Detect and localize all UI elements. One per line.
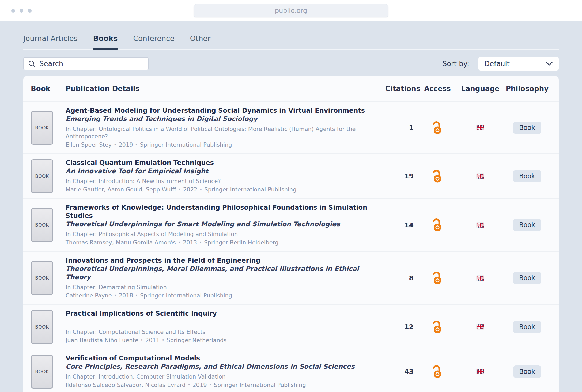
publication-title[interactable]: Frameworks of Knowledge: Understanding P… — [66, 203, 377, 220]
bullet-separator: • — [133, 142, 140, 147]
window-dot-icon[interactable] — [20, 9, 23, 13]
publication-subtitle — [66, 318, 377, 326]
bullet-separator: • — [207, 382, 214, 387]
citations-count: 19 — [385, 172, 417, 180]
table-row[interactable]: BOOK Classical Quantum Emulation Techniq… — [23, 153, 559, 198]
publisher: Springer International Publishing — [140, 142, 232, 148]
browser-topbar: publio.org — [0, 0, 582, 21]
bullet-separator: • — [112, 142, 119, 147]
year: 2019 — [192, 382, 207, 388]
bullet-separator: • — [197, 187, 204, 192]
uk-flag-icon — [477, 369, 484, 374]
citations-count: 14 — [385, 221, 417, 229]
table-row[interactable]: BOOK Frameworks of Knowledge: Understand… — [23, 198, 559, 251]
window-controls[interactable] — [11, 9, 32, 13]
table-header-row: Book Publication Details Citations Acces… — [23, 76, 559, 101]
table-body: BOOK Agent-Based Modeling for Understand… — [23, 101, 559, 392]
publisher: Springer Netherlands — [167, 337, 226, 344]
open-access-icon — [432, 169, 443, 183]
authors: Catherine Payne — [66, 292, 112, 299]
book-cover-thumbnail[interactable]: BOOK — [31, 208, 53, 242]
citations-count: 1 — [385, 124, 417, 131]
authors: Thomas Ramsey, Manu Gomila Amorós — [66, 239, 176, 246]
publication-chapter: In Chapter: Ontological Politics in a Wo… — [66, 125, 377, 140]
uk-flag-icon — [477, 324, 484, 329]
publication-type-badge: Book — [513, 170, 541, 182]
bullet-separator: • — [186, 382, 192, 387]
list-controls: Sort by: Default — [23, 57, 559, 71]
table-row[interactable]: BOOK Verification of Computational Model… — [23, 349, 559, 392]
address-bar[interactable]: publio.org — [194, 4, 388, 17]
publication-type-badge: Book — [513, 272, 541, 284]
citations-count: 12 — [385, 323, 417, 331]
book-cover-thumbnail[interactable]: BOOK — [31, 261, 53, 295]
open-access-icon — [432, 365, 443, 378]
chevron-down-icon — [546, 62, 553, 66]
publication-subtitle: Emerging Trends and Techniques in Digita… — [66, 115, 377, 123]
citations-count: 43 — [385, 368, 417, 375]
bullet-separator: • — [133, 293, 140, 298]
table-row[interactable]: BOOK Practical Implications of Scientifi… — [23, 304, 559, 349]
sort-by-label: Sort by: — [443, 60, 469, 68]
year: 2011 — [145, 337, 160, 344]
sort-dropdown-value: Default — [484, 60, 510, 68]
column-header-citations: Citations — [385, 85, 417, 93]
authors: Juan Bautista Niño Fuente — [66, 337, 138, 344]
publication-type-badge: Book — [513, 321, 541, 333]
publication-title[interactable]: Practical Implications of Scientific Inq… — [66, 310, 377, 318]
book-cover-thumbnail[interactable]: BOOK — [31, 111, 53, 145]
tab-books[interactable]: Books — [93, 34, 118, 50]
publisher: Springer Berlin Heidelberg — [204, 239, 278, 246]
search-icon — [28, 60, 36, 67]
bullet-separator: • — [197, 240, 204, 245]
publication-title[interactable]: Agent-Based Modeling for Understanding S… — [66, 107, 377, 115]
publication-subtitle: Core Principles, Research Paradigms, and… — [66, 363, 377, 371]
open-access-icon — [432, 271, 443, 285]
table-row[interactable]: BOOK Innovations and Prospects in the Fi… — [23, 251, 559, 304]
bullet-separator: • — [176, 187, 183, 192]
authors: Marie Gautier, Aaron Gould, Sepp Wulff — [66, 186, 176, 193]
bullet-separator: • — [176, 240, 183, 245]
publisher: Springer International Publishing — [214, 382, 306, 388]
publication-meta: Catherine Payne•2018•Springer Internatio… — [66, 292, 377, 299]
search-input[interactable] — [39, 60, 144, 68]
search-box[interactable] — [23, 57, 149, 70]
publication-chapter: In Chapter: Demarcating Simulation — [66, 284, 377, 291]
publication-subtitle: An Innovative Tool for Empirical Insight — [66, 167, 377, 175]
publication-subtitle: Theoretical Underpinnings for Smart Mode… — [66, 220, 377, 228]
publication-chapter: In Chapter: Introduction: Computer Simul… — [66, 373, 377, 380]
book-cover-thumbnail[interactable]: BOOK — [31, 310, 53, 344]
tab-conference[interactable]: Conference — [133, 34, 174, 50]
year: 2022 — [183, 186, 197, 193]
column-header-language: Language — [458, 85, 503, 93]
bullet-separator: • — [160, 337, 167, 343]
publication-title[interactable]: Verification of Computational Models — [66, 354, 377, 363]
bullet-separator: • — [112, 293, 119, 298]
publisher: Springer International Publishing — [204, 186, 296, 193]
sort-dropdown[interactable]: Default — [478, 57, 559, 71]
tab-bar: Journal Articles Books Conference Other — [23, 21, 559, 50]
publications-table: Book Publication Details Citations Acces… — [23, 76, 559, 392]
authors: Ildefonso Salcedo Salvador, Nicolas Evra… — [66, 382, 186, 388]
uk-flag-icon — [477, 223, 484, 228]
tab-other[interactable]: Other — [190, 34, 211, 50]
window-dot-icon[interactable] — [11, 9, 15, 13]
table-row[interactable]: BOOK Agent-Based Modeling for Understand… — [23, 101, 559, 153]
authors: Ellen Speer-Stey — [66, 142, 112, 148]
publication-chapter: In Chapter: Computational Science and It… — [66, 328, 377, 336]
citations-count: 8 — [385, 274, 417, 282]
publication-title[interactable]: Innovations and Prospects in the Field o… — [66, 257, 377, 265]
publication-title[interactable]: Classical Quantum Emulation Techniques — [66, 159, 377, 167]
open-access-icon — [432, 320, 443, 334]
book-cover-thumbnail[interactable]: BOOK — [31, 355, 53, 389]
uk-flag-icon — [477, 276, 484, 281]
tab-journal-articles[interactable]: Journal Articles — [23, 34, 78, 50]
column-header-book: Book — [31, 85, 66, 93]
open-access-icon — [432, 121, 443, 134]
book-cover-thumbnail[interactable]: BOOK — [31, 159, 53, 193]
publisher: Springer International Publishing — [140, 292, 232, 299]
year: 2013 — [183, 239, 197, 246]
window-dot-icon[interactable] — [28, 9, 32, 13]
year: 2018 — [119, 292, 133, 299]
uk-flag-icon — [477, 174, 484, 179]
